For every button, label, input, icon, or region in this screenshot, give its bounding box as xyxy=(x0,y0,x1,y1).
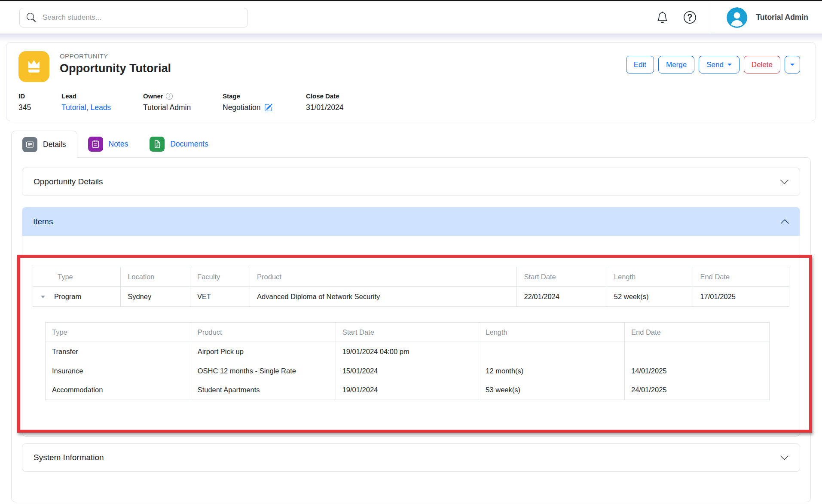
cell-product: Student Apartments xyxy=(191,381,336,400)
opportunity-details-section-header[interactable]: Opportunity Details xyxy=(22,168,800,196)
field-lead: Lead Tutorial, Leads xyxy=(61,92,143,112)
column-header-length: Length xyxy=(607,267,693,287)
cell-location: Sydney xyxy=(121,287,190,307)
chevron-up-icon xyxy=(780,217,790,226)
tab-documents-label: Documents xyxy=(170,140,208,149)
header-titles: OPPORTUNITY Opportunity Tutorial xyxy=(60,51,171,75)
bell-icon xyxy=(657,12,668,23)
cell-length: 12 month(s) xyxy=(479,361,625,381)
sub-column-header-start-date: Start Date xyxy=(336,323,479,342)
more-actions-button[interactable] xyxy=(785,56,800,73)
topbar: Tutorial Admin xyxy=(0,1,822,34)
topbar-right-cluster: Tutorial Admin xyxy=(657,1,808,34)
field-owner: Owner Tutorial Admin xyxy=(143,92,223,112)
tab-notes[interactable]: Notes xyxy=(77,131,139,157)
user-avatar[interactable] xyxy=(727,7,747,28)
cell-product: Advanced Diploma of Network Security xyxy=(250,287,517,307)
header-actions: Edit Merge Send Delete xyxy=(626,56,800,73)
avatar-person-icon xyxy=(727,7,747,28)
column-header-faculty: Faculty xyxy=(190,267,250,287)
tab-details-label: Details xyxy=(43,140,66,149)
items-section: Items Type Location xyxy=(22,207,800,437)
field-stage-value: Negotiation xyxy=(223,103,261,112)
delete-button[interactable]: Delete xyxy=(744,56,780,73)
sub-column-header-product: Product xyxy=(191,323,336,342)
sub-items-row-accommodation: Accommodation Student Apartments 19/01/2… xyxy=(46,381,770,400)
chevron-down-icon xyxy=(779,453,789,463)
sub-items-row-transfer: Transfer Airport Pick up 19/01/2024 04:0… xyxy=(46,342,770,361)
items-table: Type Location Faculty Product Start Date… xyxy=(33,267,789,307)
sub-items-header-row: Type Product Start Date Length End Date xyxy=(46,323,770,342)
info-icon xyxy=(166,93,173,100)
student-search-box[interactable] xyxy=(19,8,248,27)
search-input[interactable] xyxy=(42,13,241,22)
cell-end-date: 14/01/2025 xyxy=(624,361,769,381)
items-section-body: Type Location Faculty Product Start Date… xyxy=(22,236,800,437)
items-table-header-row: Type Location Faculty Product Start Date… xyxy=(33,267,789,287)
opportunity-header-card: OPPORTUNITY Opportunity Tutorial Edit Me… xyxy=(6,42,816,121)
sub-column-header-type: Type xyxy=(46,323,191,342)
field-id-value: 345 xyxy=(18,103,61,112)
cell-end-date: 17/01/2025 xyxy=(693,287,789,307)
notifications-button[interactable] xyxy=(657,12,668,23)
field-close-date-value: 31/01/2024 xyxy=(306,103,344,112)
column-header-location: Location xyxy=(121,267,190,287)
details-icon xyxy=(22,137,37,152)
cell-length: 53 week(s) xyxy=(479,381,625,400)
column-header-end-date: End Date xyxy=(693,267,789,287)
tab-details[interactable]: Details xyxy=(11,131,77,158)
field-close-date: Close Date 31/01/2024 xyxy=(306,92,344,112)
system-information-title: System Information xyxy=(34,453,104,462)
cell-length: 52 week(s) xyxy=(607,287,693,307)
edit-button[interactable]: Edit xyxy=(626,56,654,73)
sub-column-header-length: Length xyxy=(479,323,625,342)
cell-type: Insurance xyxy=(46,361,191,381)
cell-length xyxy=(479,342,625,361)
help-icon xyxy=(684,11,696,24)
notes-icon xyxy=(88,137,103,152)
sub-column-header-end-date: End Date xyxy=(624,323,769,342)
documents-icon xyxy=(150,137,165,152)
cell-type: Transfer xyxy=(46,342,191,361)
details-tab-panel: Opportunity Details Items xyxy=(11,157,811,502)
caret-down-icon xyxy=(790,64,794,66)
field-close-date-label: Close Date xyxy=(306,92,344,100)
send-button-label: Send xyxy=(706,61,724,69)
header-top-row: OPPORTUNITY Opportunity Tutorial Edit Me… xyxy=(6,43,816,82)
header-fields-row: ID 345 Lead Tutorial, Leads Owner Tutori… xyxy=(6,82,816,121)
field-lead-label: Lead xyxy=(61,92,143,100)
merge-button[interactable]: Merge xyxy=(658,56,694,73)
sub-items-row-insurance: Insurance OSHC 12 months - Single Rate 1… xyxy=(46,361,770,381)
cell-start-date: 22/01/2024 xyxy=(517,287,607,307)
cell-product: Airport Pick up xyxy=(191,342,336,361)
help-button[interactable] xyxy=(684,11,696,24)
cell-product: OSHC 12 months - Single Rate xyxy=(191,361,336,381)
stage-edit-icon[interactable] xyxy=(264,104,272,112)
system-information-section-header[interactable]: System Information xyxy=(22,443,800,472)
lead-link[interactable]: Tutorial, Leads xyxy=(61,103,111,112)
items-section-header[interactable]: Items xyxy=(22,207,800,236)
cell-end-date: 24/01/2025 xyxy=(624,381,769,400)
cell-type: Program xyxy=(54,293,81,300)
send-button[interactable]: Send xyxy=(699,56,739,73)
tab-documents[interactable]: Documents xyxy=(139,131,219,157)
page-title: Opportunity Tutorial xyxy=(60,62,171,75)
field-owner-label: Owner xyxy=(143,92,163,100)
opportunity-details-title: Opportunity Details xyxy=(34,177,103,186)
row-expander-caret-icon[interactable] xyxy=(41,296,45,298)
field-id-label: ID xyxy=(18,92,61,100)
items-table-row-program: Program Sydney VET Advanced Diploma of N… xyxy=(33,287,789,307)
cell-faculty: VET xyxy=(190,287,250,307)
sub-items-table: Type Product Start Date Length End Date … xyxy=(45,322,770,400)
chevron-down-icon xyxy=(779,177,789,187)
field-stage-label: Stage xyxy=(223,92,306,100)
column-header-start-date: Start Date xyxy=(517,267,607,287)
column-header-type: Type xyxy=(33,267,121,287)
caret-down-icon xyxy=(727,64,732,66)
field-owner-value: Tutorial Admin xyxy=(143,103,223,112)
cell-end-date xyxy=(624,342,769,361)
column-header-product: Product xyxy=(250,267,517,287)
main-content-area: Details Notes Documents Opportunity Deta… xyxy=(11,131,811,502)
topbar-divider xyxy=(711,1,711,34)
cell-type: Accommodation xyxy=(46,381,191,400)
